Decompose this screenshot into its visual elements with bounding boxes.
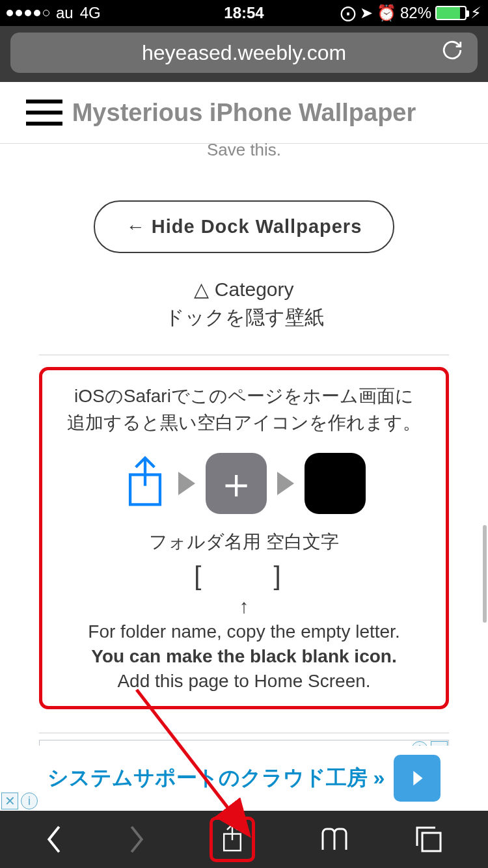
black-tile-icon bbox=[305, 453, 366, 514]
back-button[interactable] bbox=[45, 825, 63, 854]
page-content: Save this. ← Hide Dock Wallpapers △ Cate… bbox=[0, 140, 488, 796]
divider bbox=[39, 355, 449, 355]
battery-icon bbox=[435, 6, 467, 20]
network-label: 4G bbox=[80, 4, 101, 22]
hide-dock-button[interactable]: ← Hide Dock Wallpapers bbox=[94, 200, 395, 253]
safari-toolbar bbox=[0, 811, 488, 868]
lock-icon: ⨀ bbox=[340, 4, 356, 22]
scrollbar[interactable] bbox=[483, 525, 487, 623]
ad-info-icon[interactable]: i bbox=[21, 793, 38, 809]
url-bar: heyeased.weebly.com bbox=[0, 26, 488, 82]
status-bar: au 4G 18:54 ⨀ ➤ ⏰ 82% ⚡︎ bbox=[0, 0, 488, 26]
jp-note-1: iOSのSafariでこのページをホーム画面に bbox=[51, 383, 437, 410]
en-line-2: You can make the black blank icon. bbox=[51, 646, 437, 667]
divider bbox=[39, 733, 449, 733]
clock: 18:54 bbox=[224, 4, 264, 22]
arrow-up-icon: ↑ bbox=[51, 595, 437, 617]
url-field[interactable]: heyeased.weebly.com bbox=[10, 33, 478, 73]
empty-brackets[interactable]: [ ] bbox=[51, 558, 437, 594]
menu-icon[interactable] bbox=[26, 100, 62, 126]
instruction-box: iOSのSafariでこのページをホーム画面に 追加すると黒い空白アイコンを作れ… bbox=[39, 367, 449, 709]
share-icon bbox=[122, 454, 168, 513]
site-header: Mysterious iPhone Wallpaper bbox=[0, 82, 488, 144]
en-line-3: Add this page to Home Screen. bbox=[51, 671, 437, 692]
status-left: au 4G bbox=[7, 4, 101, 22]
carrier-label: au bbox=[56, 4, 74, 22]
ad2-text: システムサポートのクラウド工房 » bbox=[47, 764, 385, 793]
svg-rect-2 bbox=[422, 833, 441, 851]
save-this-text: Save this. bbox=[0, 140, 488, 160]
site-title: Mysterious iPhone Wallpaper bbox=[0, 99, 488, 127]
en-line-1: For folder name, copy the empty letter. bbox=[51, 621, 437, 642]
category-label[interactable]: △ Category bbox=[0, 278, 488, 301]
reload-icon[interactable] bbox=[441, 39, 463, 66]
ad2-arrow-button[interactable] bbox=[394, 755, 441, 802]
charging-icon: ⚡︎ bbox=[470, 4, 481, 22]
share-highlight bbox=[210, 817, 255, 862]
status-right: ⨀ ➤ ⏰ 82% ⚡︎ bbox=[340, 4, 481, 22]
signal-dots-icon bbox=[7, 10, 49, 16]
share-button[interactable] bbox=[210, 817, 255, 862]
add-tile-icon: ＋ bbox=[206, 453, 267, 514]
ad-close-icon[interactable]: ✕ bbox=[1, 793, 18, 809]
battery-pct: 82% bbox=[400, 4, 431, 22]
bookmarks-button[interactable] bbox=[319, 826, 350, 852]
arrow-right-icon bbox=[277, 472, 294, 495]
location-icon: ➤ bbox=[360, 4, 373, 22]
tabs-button[interactable] bbox=[414, 825, 443, 854]
folder-label: フォルダ名用 空白文字 bbox=[51, 530, 437, 554]
forward-button[interactable] bbox=[128, 825, 146, 854]
arrow-right-icon bbox=[178, 472, 195, 495]
icon-flow: ＋ bbox=[51, 453, 437, 514]
alarm-icon: ⏰ bbox=[377, 4, 396, 22]
url-text: heyeased.weebly.com bbox=[142, 41, 346, 65]
category-sub: ドックを隠す壁紙 bbox=[0, 305, 488, 331]
jp-note-2: 追加すると黒い空白アイコンを作れます。 bbox=[51, 410, 437, 437]
ad-banner-2[interactable]: システムサポートのクラウド工房 » ✕ i bbox=[0, 746, 488, 811]
